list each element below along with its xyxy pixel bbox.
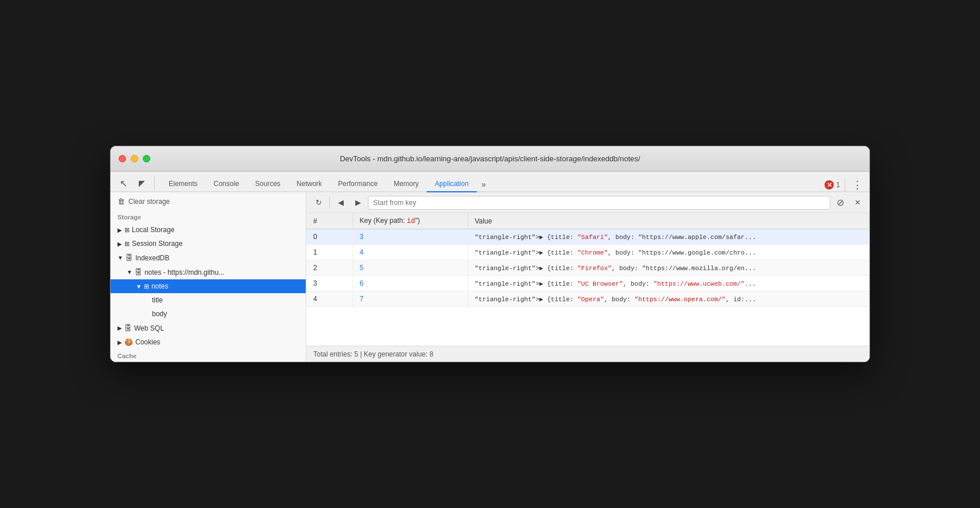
- status-text: Total entries: 5 | Key generator value: …: [313, 350, 434, 358]
- storage-section-header: Storage: [111, 210, 306, 223]
- indexeddb-table: # Key (Key path: id") Value 03"triangle-…: [306, 213, 869, 307]
- tab-right-controls: ✕ 1 ⋮: [825, 179, 865, 191]
- trash-icon: 🗑: [117, 197, 125, 206]
- grid-icon: ⊞: [124, 240, 130, 248]
- row-key[interactable]: 4: [352, 245, 468, 260]
- row-value: "triangle-right">▶ {title: "Opera", body…: [468, 291, 869, 307]
- expand-icon: ▼: [127, 269, 132, 275]
- row-key[interactable]: 3: [352, 229, 468, 245]
- toolbar-separator: [329, 198, 330, 208]
- row-index: 3: [306, 276, 352, 291]
- notes-store-label: notes: [151, 282, 168, 290]
- col-key: Key (Key path: id"): [352, 213, 468, 229]
- row-key[interactable]: 5: [352, 260, 468, 276]
- cookies-label: Cookies: [135, 338, 160, 346]
- expand-icon: ▶: [117, 227, 122, 233]
- tab-console[interactable]: Console: [206, 176, 247, 192]
- tab-sources[interactable]: Sources: [247, 176, 288, 192]
- sidebar-item-session-storage[interactable]: ▶ ⊞ Session Storage: [111, 237, 306, 251]
- minimize-button[interactable]: [131, 155, 138, 162]
- tab-performance[interactable]: Performance: [330, 176, 386, 192]
- next-button[interactable]: ▶: [351, 195, 366, 210]
- expand-icon: ▶: [117, 241, 122, 247]
- indexeddb-label: IndexedDB: [135, 254, 169, 262]
- sidebar-item-cookies[interactable]: ▶ 🍪 Cookies: [111, 335, 306, 349]
- tab-bar: ↖ ◤ Elements Console Sources Network Per…: [111, 172, 869, 192]
- close-search-button[interactable]: ✕: [850, 195, 865, 210]
- title-bar: DevTools - mdn.github.io/learning-area/j…: [111, 146, 869, 172]
- tab-elements[interactable]: Elements: [161, 176, 206, 192]
- start-from-key-input[interactable]: [368, 196, 830, 210]
- sidebar-item-indexeddb[interactable]: ▼ 🗄 IndexedDB: [111, 251, 306, 265]
- error-count: 1: [836, 181, 840, 189]
- device-toolbar-icon[interactable]: ◤: [134, 175, 150, 191]
- row-value: "triangle-right">▶ {title: "Chrome", bod…: [468, 245, 869, 260]
- row-index: 1: [306, 245, 352, 260]
- sidebar-item-local-storage[interactable]: ▶ ⊞ Local Storage: [111, 223, 306, 237]
- db-icon: 🗄: [135, 268, 142, 276]
- table-row[interactable]: 14"triangle-right">▶ {title: "Chrome", b…: [306, 245, 869, 260]
- sidebar: 🗑 Clear storage Storage ▶ ⊞ Local Storag…: [111, 192, 306, 362]
- cache-section-header: Cache: [111, 349, 306, 362]
- inspector-icon[interactable]: ↖: [115, 175, 131, 191]
- row-key[interactable]: 6: [352, 276, 468, 291]
- body-index-label: body: [152, 310, 167, 318]
- sql-icon: 🗄: [124, 324, 132, 332]
- row-index: 2: [306, 260, 352, 276]
- refresh-button[interactable]: ↻: [311, 195, 326, 210]
- sidebar-item-web-sql[interactable]: ▶ 🗄 Web SQL: [111, 321, 306, 335]
- clear-storage-button[interactable]: 🗑 Clear storage: [111, 192, 306, 210]
- table-row[interactable]: 47"triangle-right">▶ {title: "Opera", bo…: [306, 291, 869, 307]
- col-hash: #: [306, 213, 352, 229]
- table-row[interactable]: 25"triangle-right">▶ {title: "Firefox", …: [306, 260, 869, 276]
- web-sql-label: Web SQL: [134, 324, 164, 332]
- title-index-label: title: [152, 296, 163, 304]
- status-bar: Total entries: 5 | Key generator value: …: [306, 346, 869, 362]
- table-row[interactable]: 36"triangle-right">▶ {title: "UC Browser…: [306, 276, 869, 291]
- error-indicator: ✕ 1: [825, 180, 840, 189]
- clear-storage-label: Clear storage: [128, 198, 170, 206]
- grid-icon: ⊞: [124, 226, 130, 234]
- table-row[interactable]: 03"triangle-right">▶ {title: "Safari", b…: [306, 229, 869, 245]
- devtools-window: DevTools - mdn.github.io/learning-area/j…: [110, 146, 870, 362]
- row-index: 0: [306, 229, 352, 245]
- content-pane: ↻ ◀ ▶ ⊘ ✕ #: [306, 192, 869, 362]
- content-toolbar: ↻ ◀ ▶ ⊘ ✕: [306, 192, 869, 213]
- sidebar-item-body-index[interactable]: body: [111, 307, 306, 321]
- separator: [845, 179, 845, 191]
- row-value: "triangle-right">▶ {title: "Firefox", bo…: [468, 260, 869, 276]
- sidebar-item-notes-db[interactable]: ▼ 🗄 notes - https://mdn.githu...: [111, 265, 306, 279]
- close-button[interactable]: [119, 155, 126, 162]
- devtools-body: ↖ ◤ Elements Console Sources Network Per…: [111, 172, 869, 362]
- table-icon: ⊞: [144, 283, 149, 290]
- row-key[interactable]: 7: [352, 291, 468, 307]
- expand-icon: ▶: [117, 325, 122, 331]
- devtools-menu-button[interactable]: ⋮: [850, 179, 865, 191]
- traffic-lights: [119, 155, 150, 162]
- data-table: # Key (Key path: id") Value 03"triangle-…: [306, 213, 869, 346]
- main-content: 🗑 Clear storage Storage ▶ ⊞ Local Storag…: [111, 192, 869, 362]
- window-title: DevTools - mdn.github.io/learning-area/j…: [340, 154, 640, 163]
- expand-icon: ▼: [136, 283, 142, 290]
- clear-filter-button[interactable]: ⊘: [833, 195, 848, 210]
- notes-db-label: notes - https://mdn.githu...: [145, 268, 225, 276]
- tab-memory[interactable]: Memory: [386, 176, 427, 192]
- row-value: "triangle-right">▶ {title: "UC Browser",…: [468, 276, 869, 291]
- tab-application[interactable]: Application: [427, 176, 477, 192]
- row-index: 4: [306, 291, 352, 307]
- db-icon: 🗄: [126, 253, 133, 262]
- toolbar-right-controls: ⊘ ✕: [833, 195, 865, 210]
- error-badge: ✕: [825, 180, 834, 189]
- expand-icon: ▶: [117, 339, 122, 346]
- cookie-icon: 🍪: [124, 338, 133, 346]
- col-value: Value: [468, 213, 869, 229]
- row-value: "triangle-right">▶ {title: "Safari", bod…: [468, 229, 869, 245]
- tab-network[interactable]: Network: [288, 176, 330, 192]
- maximize-button[interactable]: [143, 155, 150, 162]
- sidebar-item-title-index[interactable]: title: [111, 293, 306, 307]
- expand-icon: ▼: [117, 255, 123, 261]
- prev-button[interactable]: ◀: [333, 195, 348, 210]
- sidebar-item-notes-store[interactable]: ▼ ⊞ notes: [111, 279, 306, 293]
- local-storage-label: Local Storage: [132, 226, 174, 234]
- more-tabs-button[interactable]: »: [477, 176, 491, 192]
